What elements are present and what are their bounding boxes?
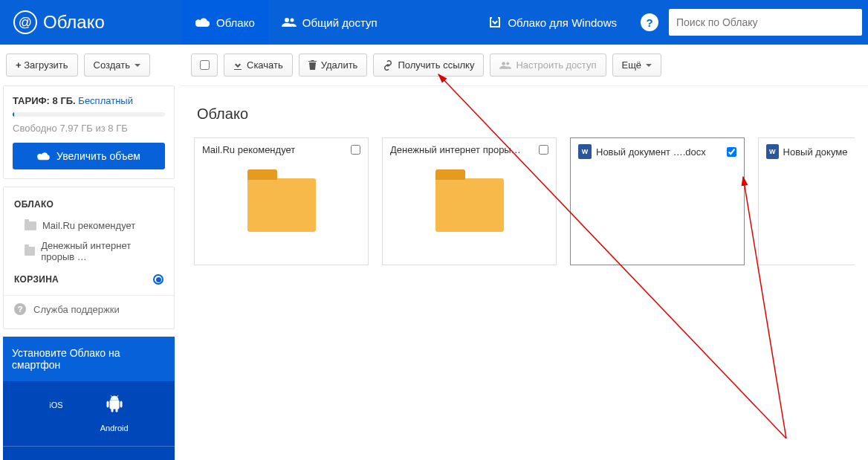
file-checkbox[interactable]: [727, 147, 736, 157]
delete-button[interactable]: Удалить: [299, 54, 368, 77]
file-name: Новый документ ….docx: [596, 146, 706, 158]
more-label: Ещё: [622, 59, 642, 71]
download-box-icon: [488, 16, 502, 29]
platform-android[interactable]: Android: [100, 395, 129, 433]
nav-cloud[interactable]: Облако: [182, 0, 268, 45]
logo-at-icon: @: [13, 10, 37, 34]
trash-label: КОРЗИНА: [14, 274, 59, 285]
svg-point-3: [507, 62, 510, 65]
logo[interactable]: @ Облако: [0, 10, 182, 34]
configure-access-label: Настроить доступ: [516, 59, 596, 71]
platform-ios[interactable]: iOS: [49, 395, 62, 433]
tree-item-money[interactable]: Денежный интернет прорыв …: [11, 236, 166, 267]
download-button[interactable]: Скачать: [224, 54, 293, 77]
android-icon: [106, 395, 123, 418]
upgrade-storage-button[interactable]: Увеличить объем: [13, 143, 165, 169]
svg-point-2: [502, 62, 506, 65]
cloud-icon: [37, 152, 51, 161]
file-name: Денежный интернет проры…: [390, 144, 521, 155]
folder-icon: [25, 221, 36, 230]
people-icon: [499, 61, 511, 70]
file-checkbox[interactable]: [539, 145, 548, 155]
chevron-down-icon: [135, 64, 140, 67]
tree-item-label: Mail.Ru рекомендует: [42, 220, 135, 231]
file-grid: Mail.Ru рекомендует Денежный интернет пр…: [181, 137, 868, 265]
platform-ios-label: iOS: [49, 401, 62, 409]
svg-point-1: [290, 19, 294, 22]
svg-point-0: [285, 18, 289, 22]
cloud-icon: [195, 17, 210, 27]
section-trash-title[interactable]: КОРЗИНА: [11, 267, 166, 291]
word-doc-icon: W: [766, 144, 779, 159]
file-name: Mail.Ru рекомендует: [202, 144, 295, 155]
tariff-plan-link[interactable]: Бесплатный: [78, 95, 133, 106]
nav-shared-label: Общий доступ: [302, 16, 378, 29]
nav-cloud-windows[interactable]: Облако для Windows: [475, 0, 630, 45]
storage-free-text: Свободно 7.97 ГБ из 8 ГБ: [13, 123, 165, 134]
delete-label: Удалить: [321, 59, 358, 71]
promo-card: Установите Облако на смартфон iOS Androi…: [3, 337, 175, 460]
screenshoter-link[interactable]: Скриншотер для ПК: [12, 457, 166, 460]
more-button[interactable]: Ещё: [612, 54, 662, 77]
upload-label: Загрузить: [24, 59, 68, 71]
support-label: Служба поддержки: [33, 304, 120, 315]
tariff-line: ТАРИФ: 8 ГБ. Бесплатный: [13, 95, 165, 106]
folder-icon: [247, 178, 316, 232]
file-name: Новый докумен: [783, 146, 847, 158]
plus-icon: +: [16, 59, 22, 71]
trash-icon: [308, 60, 317, 70]
logo-text: Облако: [43, 12, 105, 33]
promo-title: Установите Облако на смартфон: [3, 337, 175, 381]
folder-icon: [25, 247, 35, 256]
search-input[interactable]: [676, 16, 855, 28]
search-box[interactable]: [669, 9, 862, 36]
upload-button[interactable]: + Загрузить: [6, 54, 78, 77]
main-area: Скачать Удалить Получить ссылку Настроит…: [181, 45, 868, 460]
folder-icon: [435, 178, 504, 232]
platform-android-label: Android: [100, 424, 129, 433]
toolbar: Скачать Удалить Получить ссылку Настроит…: [181, 45, 868, 86]
nav-shared-access[interactable]: Общий доступ: [268, 0, 391, 45]
radio-dot-icon: [153, 274, 163, 285]
file-item-folder-recommends[interactable]: Mail.Ru рекомендует: [194, 137, 369, 265]
section-cloud-title[interactable]: ОБЛАКО: [11, 192, 166, 216]
word-doc-icon: W: [578, 144, 592, 159]
create-button[interactable]: Создать: [84, 54, 150, 77]
tree-item-recommends[interactable]: Mail.Ru рекомендует: [11, 216, 166, 236]
select-all-input[interactable]: [200, 60, 210, 70]
help-icon[interactable]: ?: [641, 13, 658, 31]
select-all-checkbox[interactable]: [191, 54, 218, 77]
configure-access-button: Настроить доступ: [490, 54, 606, 77]
file-checkbox[interactable]: [351, 145, 360, 155]
file-item-docx-cut[interactable]: W Новый докумен: [758, 137, 855, 265]
download-label: Скачать: [247, 59, 283, 71]
support-link[interactable]: ? Служба поддержки: [11, 296, 166, 323]
breadcrumb: Облако: [181, 86, 868, 137]
tree-item-label: Денежный интернет прорыв …: [41, 240, 163, 262]
tariff-label: ТАРИФ: 8 ГБ.: [13, 95, 76, 106]
nav-tree-card: ОБЛАКО Mail.Ru рекомендует Денежный инте…: [3, 187, 175, 329]
create-label: Создать: [94, 59, 130, 71]
upgrade-label: Увеличить объем: [56, 150, 140, 162]
file-item-docx-selected[interactable]: W Новый документ ….docx: [570, 137, 745, 265]
sidebar: + Загрузить Создать ТАРИФ: 8 ГБ. Бесплат…: [0, 45, 181, 460]
file-item-folder-money[interactable]: Денежный интернет проры…: [382, 137, 557, 265]
nav-windows-label: Облако для Windows: [508, 16, 617, 29]
chevron-down-icon: [646, 64, 652, 67]
people-icon: [282, 17, 297, 27]
get-link-label: Получить ссылку: [398, 59, 474, 71]
link-icon: [383, 60, 393, 71]
tariff-card: ТАРИФ: 8 ГБ. Бесплатный Свободно 7.97 ГБ…: [3, 85, 175, 179]
storage-progress: [13, 112, 165, 117]
nav-cloud-label: Облако: [216, 16, 255, 29]
question-icon: ?: [14, 303, 26, 315]
get-link-button[interactable]: Получить ссылку: [373, 54, 484, 77]
download-icon: [233, 61, 242, 70]
app-header: @ Облако Облако Общий доступ Облако для …: [0, 0, 868, 45]
